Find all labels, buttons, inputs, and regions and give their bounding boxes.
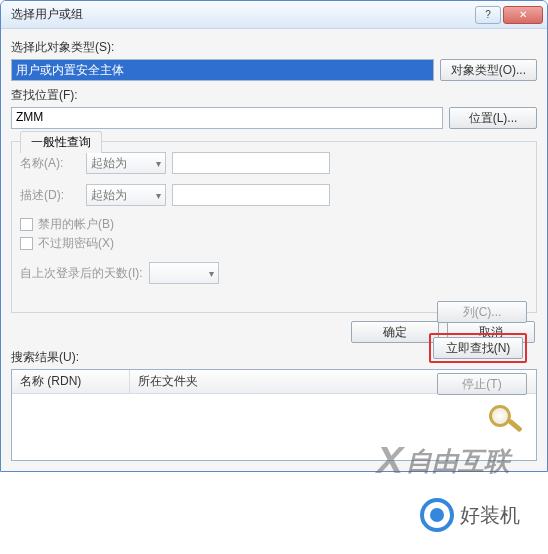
desc-label: 描述(D): [20, 187, 80, 204]
columns-button[interactable]: 列(C)... [437, 301, 527, 323]
name-match-combo[interactable]: 起始为 ▾ [86, 152, 166, 174]
days-since-login-label: 自上次登录后的天数(I): [20, 265, 143, 282]
title-bar: 选择用户或组 ? ✕ [1, 1, 547, 29]
name-label: 名称(A): [20, 155, 80, 172]
chevron-down-icon: ▾ [156, 158, 161, 169]
days-combo[interactable]: ▾ [149, 262, 219, 284]
search-now-button[interactable]: 立即查找(N) [433, 337, 523, 359]
watermark: X自由互联 [378, 440, 510, 482]
no-expire-label: 不过期密码(X) [38, 235, 114, 252]
no-expire-checkbox[interactable] [20, 237, 33, 250]
disabled-accounts-label: 禁用的帐户(B) [38, 216, 114, 233]
general-query-group: 一般性查询 名称(A): 起始为 ▾ 描述(D): 起始为 [11, 141, 537, 313]
chevron-down-icon: ▾ [156, 190, 161, 201]
object-type-label: 选择此对象类型(S): [11, 39, 537, 56]
chevron-down-icon: ▾ [209, 268, 214, 279]
window-title: 选择用户或组 [11, 6, 475, 23]
location-field[interactable]: ZMM [11, 107, 443, 129]
search-now-highlight: 立即查找(N) [429, 333, 527, 363]
location-button[interactable]: 位置(L)... [449, 107, 537, 129]
object-type-button[interactable]: 对象类型(O)... [440, 59, 537, 81]
name-input[interactable] [172, 152, 330, 174]
object-type-field[interactable]: 用户或内置安全主体 [11, 59, 434, 81]
general-query-tab[interactable]: 一般性查询 [20, 131, 102, 153]
location-label: 查找位置(F): [11, 87, 537, 104]
help-button[interactable]: ? [475, 6, 501, 24]
results-col-name[interactable]: 名称 (RDN) [12, 370, 130, 393]
stop-button[interactable]: 停止(T) [437, 373, 527, 395]
desc-input[interactable] [172, 184, 330, 206]
close-button[interactable]: ✕ [503, 6, 543, 24]
desc-match-combo[interactable]: 起始为 ▾ [86, 184, 166, 206]
disabled-accounts-checkbox[interactable] [20, 218, 33, 231]
magnifier-icon [483, 405, 527, 435]
brand-badge: 好装机 [420, 498, 520, 532]
ok-button[interactable]: 确定 [351, 321, 439, 343]
brand-logo-icon [420, 498, 454, 532]
